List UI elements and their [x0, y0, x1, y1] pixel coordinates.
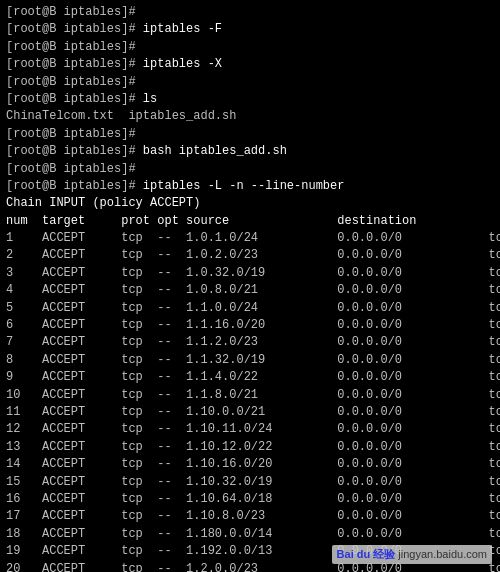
terminal-line: 8 ACCEPT tcp -- 1.1.32.0/19 0.0.0.0/0 tc…: [6, 352, 494, 369]
terminal-line: 12 ACCEPT tcp -- 1.10.11.0/24 0.0.0.0/0 …: [6, 421, 494, 438]
terminal-window[interactable]: [root@B iptables]# [root@B iptables]# ip…: [0, 0, 500, 572]
terminal-line: 13 ACCEPT tcp -- 1.10.12.0/22 0.0.0.0/0 …: [6, 439, 494, 456]
terminal-line: [root@B iptables]# iptables -X: [6, 56, 494, 73]
terminal-line: 10 ACCEPT tcp -- 1.1.8.0/21 0.0.0.0/0 tc…: [6, 387, 494, 404]
terminal-line: [root@B iptables]#: [6, 126, 494, 143]
terminal-line: 9 ACCEPT tcp -- 1.1.4.0/22 0.0.0.0/0 tcp…: [6, 369, 494, 386]
terminal-line: 15 ACCEPT tcp -- 1.10.32.0/19 0.0.0.0/0 …: [6, 474, 494, 491]
terminal-line: 2 ACCEPT tcp -- 1.0.2.0/23 0.0.0.0/0 tcp…: [6, 247, 494, 264]
terminal-line: [root@B iptables]# iptables -F: [6, 21, 494, 38]
terminal-line: 14 ACCEPT tcp -- 1.10.16.0/20 0.0.0.0/0 …: [6, 456, 494, 473]
terminal-line: [root@B iptables]#: [6, 74, 494, 91]
baidu-logo: Bai du 经验: [337, 548, 396, 560]
terminal-line: 5 ACCEPT tcp -- 1.1.0.0/24 0.0.0.0/0 tcp…: [6, 300, 494, 317]
terminal-line: Chain INPUT (policy ACCEPT): [6, 195, 494, 212]
terminal-line: 11 ACCEPT tcp -- 1.10.0.0/21 0.0.0.0/0 t…: [6, 404, 494, 421]
terminal-line: 16 ACCEPT tcp -- 1.10.64.0/18 0.0.0.0/0 …: [6, 491, 494, 508]
terminal-line: 4 ACCEPT tcp -- 1.0.8.0/21 0.0.0.0/0 tcp…: [6, 282, 494, 299]
terminal-line: 17 ACCEPT tcp -- 1.10.8.0/23 0.0.0.0/0 t…: [6, 508, 494, 525]
terminal-line: num target prot opt source destination: [6, 213, 494, 230]
terminal-line: [root@B iptables]#: [6, 4, 494, 21]
terminal-line: [root@B iptables]#: [6, 161, 494, 178]
terminal-line: [root@B iptables]#: [6, 39, 494, 56]
watermark: Bai du 经验 jingyan.baidu.com: [332, 545, 492, 564]
terminal-line: 18 ACCEPT tcp -- 1.180.0.0/14 0.0.0.0/0 …: [6, 526, 494, 543]
terminal-line: 7 ACCEPT tcp -- 1.1.2.0/23 0.0.0.0/0 tcp…: [6, 334, 494, 351]
terminal-line: [root@B iptables]# ls: [6, 91, 494, 108]
terminal-line: [root@B iptables]# iptables -L -n --line…: [6, 178, 494, 195]
terminal-line: 6 ACCEPT tcp -- 1.1.16.0/20 0.0.0.0/0 tc…: [6, 317, 494, 334]
terminal-line: 1 ACCEPT tcp -- 1.0.1.0/24 0.0.0.0/0 tcp…: [6, 230, 494, 247]
terminal-line: ChinaTelcom.txt iptables_add.sh: [6, 108, 494, 125]
terminal-line: [root@B iptables]# bash iptables_add.sh: [6, 143, 494, 160]
watermark-url: jingyan.baidu.com: [398, 548, 487, 560]
terminal-line: 3 ACCEPT tcp -- 1.0.32.0/19 0.0.0.0/0 tc…: [6, 265, 494, 282]
